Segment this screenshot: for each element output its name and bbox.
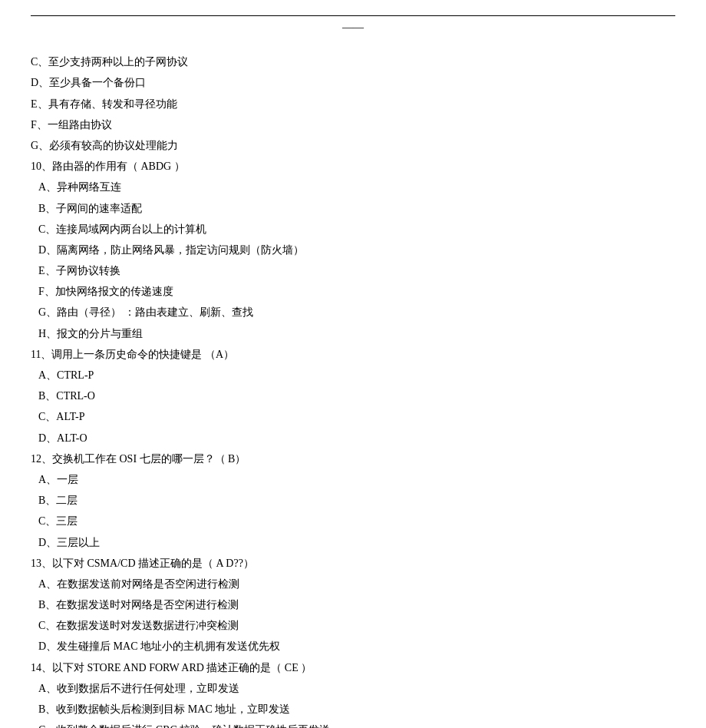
q10-option-d: D、隔离网络，防止网络风暴，指定访问规则（防火墙）: [31, 240, 675, 260]
q12-option-b: B、二层: [31, 491, 675, 510]
option-f-routing-protocol: F、一组路由协议: [31, 115, 675, 134]
q11-option-d: D、ALT-O: [31, 429, 675, 448]
top-dash: ——: [342, 22, 364, 33]
q13-option-b: B、在数据发送时对网络是否空闲进行检测: [31, 595, 675, 614]
q11-option-b: B、CTRL-O: [31, 386, 675, 405]
q10-option-h: H、报文的分片与重组: [31, 324, 675, 343]
top-border-line: ——: [31, 15, 675, 37]
option-e-forward: E、具有存储、转发和寻径功能: [31, 94, 675, 114]
option-c-subnet: C、至少支持两种以上的子网协议: [31, 52, 675, 71]
option-g-processing: G、必须有较高的协议处理能力: [31, 136, 675, 155]
main-content: —— C、至少支持两种以上的子网协议 D、至少具备一个备份口 E、具有存储、转发…: [31, 15, 675, 728]
option-d-backup: D、至少具备一个备份口: [31, 73, 675, 92]
q10-text: 10、路由器的作用有（ ABDG ）: [31, 157, 675, 176]
q12-option-a: A、一层: [31, 470, 675, 489]
q10-option-c: C、连接局域网内两台以上的计算机: [31, 220, 675, 239]
q10-option-e: E、子网协议转换: [31, 261, 675, 280]
q11-text: 11、调用上一条历史命令的快捷键是 （A）: [31, 345, 675, 364]
q13-text: 13、以下对 CSMA/CD 描述正确的是（ A D??）: [31, 554, 675, 573]
q13-option-c: C、在数据发送时对发送数据进行冲突检测: [31, 616, 675, 635]
q13-option-d: D、发生碰撞后 MAC 地址小的主机拥有发送优先权: [31, 637, 675, 656]
q12-text: 12、交换机工作在 OSI 七层的哪一层？（ B）: [31, 449, 675, 468]
q14-option-b: B、收到数据帧头后检测到目标 MAC 地址，立即发送: [31, 700, 675, 719]
q13-option-a: A、在数据发送前对网络是否空闲进行检测: [31, 574, 675, 594]
q10-option-f: F、加快网络报文的传递速度: [31, 282, 675, 301]
q11-option-c: C、ALT-P: [31, 407, 675, 426]
q10-option-a: A、异种网络互连: [31, 177, 675, 197]
q12-option-d: D、三层以上: [31, 533, 675, 552]
q11-option-a: A、CTRL-P: [31, 366, 675, 385]
q14-text: 14、以下对 STORE AND FORW ARD 描述正确的是（ CE ）: [31, 658, 675, 677]
q14-option-a: A、收到数据后不进行任何处理，立即发送: [31, 679, 675, 698]
q14-option-c: C、收到整个数据后进行 CRC 校验，确认数据正确性后再发送: [31, 720, 675, 728]
q10-option-g: G、路由（寻径） ：路由表建立、刷新、查找: [31, 303, 675, 322]
q10-option-b: B、子网间的速率适配: [31, 199, 675, 218]
q12-option-c: C、三层: [31, 511, 675, 531]
